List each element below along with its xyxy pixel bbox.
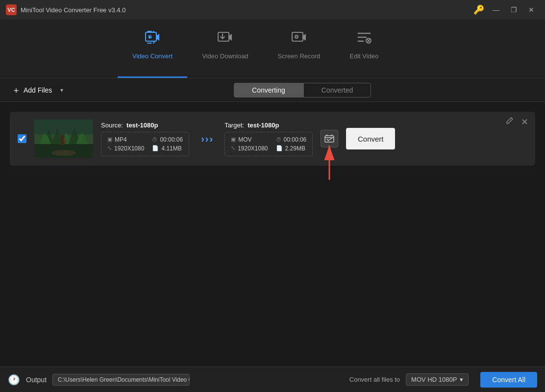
conversion-arrows: › › › <box>197 133 217 145</box>
source-duration: 00:00:06 <box>160 136 183 143</box>
nav-label-video-convert: Video Convert <box>132 52 173 60</box>
window-controls: — ❐ ✕ <box>488 5 539 15</box>
convert-button[interactable]: Convert <box>346 128 395 149</box>
svg-point-15 <box>51 150 76 156</box>
target-action-area <box>321 130 338 147</box>
target-size-row: 📄 2.29MB <box>276 145 307 152</box>
nav-label-screen-record: Screen Record <box>278 52 321 60</box>
arrow-2: › <box>205 133 209 145</box>
clock-icon-t: ⏱ <box>276 137 281 143</box>
target-duration: 00:00:06 <box>284 136 307 143</box>
file-card: Source: test-1080p ▣ MP4 ⏱ 00:00:06 ⤡ 19… <box>10 112 535 166</box>
svg-rect-20 <box>325 136 334 142</box>
footer: 🕐 Output C:\Users\Helen Green\Documents\… <box>0 367 545 392</box>
film-icon: ▣ <box>107 136 112 143</box>
target-resolution: 1920X1080 <box>238 145 268 152</box>
source-format: MP4 <box>115 136 127 143</box>
target-label: Target: test-1080p <box>224 122 313 129</box>
screen-record-icon <box>291 29 307 49</box>
source-info-grid: ▣ MP4 ⏱ 00:00:06 ⤡ 1920X1080 📄 4.11MB <box>101 132 189 156</box>
file-checkbox[interactable] <box>18 134 26 143</box>
arrow-1: › <box>201 133 204 145</box>
source-name: test-1080p <box>126 122 158 129</box>
edit-video-icon <box>356 29 372 49</box>
add-files-button[interactable]: ＋ Add Files <box>8 81 56 99</box>
target-info-grid: ▣ MOV ⏱ 00:00:06 ⤡ 1920X1080 📄 2.29MB <box>224 132 313 156</box>
restore-button[interactable]: ❐ <box>506 5 521 15</box>
close-icon[interactable]: ✕ <box>521 117 528 127</box>
clock-icon: ⏱ <box>152 137 157 143</box>
app-title: MiniTool Video Converter Free v3.4.0 <box>21 6 470 14</box>
film-icon-t: ▣ <box>231 136 236 143</box>
source-resolution-row: ⤡ 1920X1080 <box>107 145 144 152</box>
source-format-row: ▣ MP4 <box>107 136 144 143</box>
target-resolution-row: ⤡ 1920X1080 <box>231 145 268 152</box>
open-output-folder-button[interactable] <box>321 130 338 147</box>
navbar: Video Convert Video Download Screen Reco… <box>0 20 545 78</box>
source-info-block: Source: test-1080p ▣ MP4 ⏱ 00:00:06 ⤡ 19… <box>101 122 189 156</box>
nav-item-video-convert[interactable]: Video Convert <box>118 20 187 78</box>
target-size: 2.29MB <box>285 145 305 152</box>
tab-converting[interactable]: Converting <box>234 83 303 98</box>
convert-all-to-label: Convert all files to <box>349 376 400 383</box>
arrow-3: › <box>209 133 213 145</box>
svg-rect-18 <box>64 139 66 143</box>
target-name: test-1080p <box>248 122 279 129</box>
svg-point-5 <box>296 36 297 37</box>
expand-icon: ⤡ <box>107 145 112 151</box>
video-convert-icon <box>145 29 160 49</box>
output-label: Output <box>26 376 47 384</box>
key-icon: 🔑 <box>473 4 484 15</box>
nav-label-video-download: Video Download <box>202 52 248 60</box>
nav-item-edit-video[interactable]: Edit Video <box>335 20 393 78</box>
target-format: MOV <box>238 136 251 143</box>
nav-label-edit-video: Edit Video <box>349 52 378 60</box>
nav-item-screen-record[interactable]: Screen Record <box>263 20 335 78</box>
source-size: 4.11MB <box>161 145 181 152</box>
toolbar: ＋ Add Files ▾ Converting Converted <box>0 78 545 102</box>
format-selector-button[interactable]: MOV HD 1080P ▾ <box>406 373 469 386</box>
expand-icon-t: ⤡ <box>231 145 235 151</box>
titlebar: VC MiniTool Video Converter Free v3.4.0 … <box>0 0 545 20</box>
file-icon: 📄 <box>152 145 159 151</box>
add-files-dropdown-button[interactable]: ▾ <box>56 83 68 97</box>
output-history-icon[interactable]: 🕐 <box>8 374 20 386</box>
app-logo: VC <box>6 4 17 15</box>
source-size-row: 📄 4.11MB <box>152 145 183 152</box>
close-button[interactable]: ✕ <box>523 5 539 15</box>
source-label: Source: test-1080p <box>101 122 189 129</box>
file-icon-t: 📄 <box>276 145 283 151</box>
output-path-button[interactable]: C:\Users\Helen Green\Documents\MiniTool … <box>52 374 190 386</box>
minimize-button[interactable]: — <box>488 5 504 15</box>
svg-rect-19 <box>34 120 93 134</box>
file-thumbnail <box>34 120 93 158</box>
convert-all-button[interactable]: Convert All <box>480 372 537 388</box>
tab-converted[interactable]: Converted <box>303 83 372 98</box>
video-download-icon <box>217 29 233 49</box>
add-files-label: Add Files <box>24 86 52 94</box>
edit-icon[interactable] <box>506 117 514 126</box>
format-label: MOV HD 1080P <box>411 376 457 383</box>
format-dropdown-icon: ▾ <box>460 376 463 383</box>
svg-rect-2 <box>218 32 229 41</box>
nav-item-video-download[interactable]: Video Download <box>187 20 263 78</box>
tab-group: Converting Converted <box>234 83 371 98</box>
target-format-row: ▣ MOV <box>231 136 268 143</box>
main-content: Source: test-1080p ▣ MP4 ⏱ 00:00:06 ⤡ 19… <box>0 102 545 367</box>
source-resolution: 1920X1080 <box>114 145 144 152</box>
target-duration-row: ⏱ 00:00:06 <box>276 136 307 143</box>
add-files-icon: ＋ <box>12 84 21 96</box>
svg-point-17 <box>61 135 65 139</box>
output-path-text: C:\Users\Helen Green\Documents\MiniTool … <box>58 376 190 383</box>
target-info-block: Target: test-1080p ▣ MOV ⏱ 00:00:06 ⤡ 19… <box>224 122 313 156</box>
source-duration-row: ⏱ 00:00:06 <box>152 136 183 143</box>
